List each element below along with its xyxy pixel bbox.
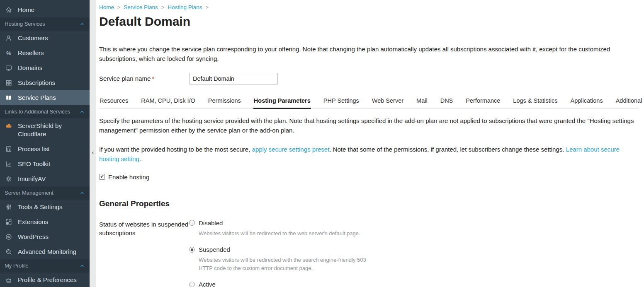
website-status-label: Status of websites in suspended subscrip… — [99, 219, 189, 287]
service-plan-name-label: Service plan name* — [99, 75, 189, 82]
tab-ram-cpu-disk-i-o[interactable]: RAM, CPU, Disk I/O — [141, 97, 196, 109]
resellers-icon: % — [5, 49, 13, 57]
sidebar-item-advanced-monitoring[interactable]: Advanced Monitoring — [0, 244, 90, 259]
secure-settings-note: If you want the provided hosting to be t… — [99, 145, 638, 164]
chevron-up-icon — [80, 191, 85, 195]
tab-performance[interactable]: Performance — [465, 97, 501, 109]
sidebar-item-label: SEO Toolkit — [18, 160, 85, 168]
domains-icon — [5, 64, 13, 72]
main-content: Home>Service Plans>Hosting Plans> Defaul… — [96, 0, 644, 287]
tab-mail[interactable]: Mail — [416, 97, 428, 109]
sidebar-section-links-to-additional-services[interactable]: Links to Additional Services — [0, 105, 90, 118]
service-plan-name-label-text: Service plan name — [99, 75, 151, 82]
sidebar-section-label: Server Management — [5, 190, 53, 196]
radio-label-disabled: Disabled — [199, 219, 223, 227]
tab-dns[interactable]: DNS — [440, 97, 454, 109]
tab-web-server[interactable]: Web Server — [372, 97, 404, 109]
status-option-disabled: DisabledWebsites visitors will be redire… — [189, 219, 638, 238]
breadcrumb-separator: > — [205, 5, 208, 10]
seo-toolkit-icon — [5, 160, 13, 168]
sidebar-item-subscriptions[interactable]: Subscriptions — [0, 75, 90, 90]
sidebar-item-label: Advanced Monitoring — [18, 248, 85, 256]
chevron-up-icon — [80, 22, 85, 27]
breadcrumb-separator: > — [161, 5, 164, 10]
sidebar-item-tools-settings[interactable]: Tools & Settings — [0, 200, 90, 215]
sidebar-item-label: Tools & Settings — [18, 203, 85, 211]
service-plans-icon — [5, 94, 13, 101]
sidebar-item-service-plans[interactable]: Service Plans — [0, 90, 90, 105]
sidebar-item-label: ServerShield by Cloudflare — [18, 122, 85, 138]
status-option-suspended: SuspendedWebsites visitors will be redir… — [189, 246, 638, 272]
tab-applications[interactable]: Applications — [570, 97, 603, 109]
tab-hosting-parameters[interactable]: Hosting Parameters — [253, 97, 311, 109]
page-title: Default Domain — [99, 14, 638, 29]
secure-note-text: . — [139, 155, 141, 162]
breadcrumb-separator: > — [117, 5, 120, 10]
svg-text:W: W — [7, 235, 10, 239]
sidebar-item-label: Resellers — [18, 49, 85, 57]
sidebar-item-label: ImunifyAV — [18, 175, 85, 183]
sidebar: HomeHosting ServicesCustomers%ResellersD… — [0, 0, 90, 287]
radio-suspended[interactable] — [189, 247, 195, 253]
sidebar-item-wordpress[interactable]: WWordPress — [0, 229, 90, 244]
sidebar-item-profile-preferences[interactable]: Profile & Preferences — [0, 273, 90, 287]
sidebar-item-label: Service Plans — [18, 94, 85, 102]
sidebar-item-extensions[interactable]: Extensions — [0, 215, 90, 229]
chevron-up-icon — [80, 263, 85, 268]
sidebar-item-customers[interactable]: Customers — [0, 31, 90, 46]
sidebar-section-hosting-services[interactable]: Hosting Services — [0, 17, 90, 31]
sidebar-item-seo-toolkit[interactable]: SEO Toolkit — [0, 157, 90, 171]
status-option-active: ActiveWebsites will stay accessible from… — [189, 281, 638, 287]
secure-note-text: If you want the provided hosting to be t… — [99, 146, 252, 153]
sidebar-item-imunifyav[interactable]: ImunifyAV — [0, 171, 90, 186]
svg-text:%: % — [6, 50, 11, 56]
sidebar-item-label: Profile & Preferences — [18, 276, 85, 284]
sidebar-collapse-strip: ‹ — [90, 0, 96, 287]
tab-permissions[interactable]: Permissions — [208, 97, 241, 109]
enable-hosting-row: Enable hosting — [99, 174, 638, 181]
collapse-sidebar-chevron-icon[interactable]: ‹ — [90, 148, 96, 157]
sidebar-item-domains[interactable]: Domains — [0, 60, 90, 75]
chevron-up-icon — [80, 109, 85, 114]
tab-additional-services[interactable]: Additional Services — [615, 97, 644, 109]
sidebar-item-servershield-by-cloudflare[interactable]: ServerShield by Cloudflare — [0, 118, 90, 142]
sidebar-section-my-profile[interactable]: My Profile — [0, 259, 90, 273]
radio-disabled[interactable] — [189, 220, 195, 226]
breadcrumb-link-service-plans[interactable]: Service Plans — [124, 4, 158, 10]
tab-bar: ResourcesRAM, CPU, Disk I/OPermissionsHo… — [99, 97, 638, 109]
service-plan-name-input[interactable] — [189, 73, 278, 84]
gear-icon — [5, 175, 13, 183]
enable-hosting-label: Enable hosting — [108, 174, 149, 181]
breadcrumb: Home>Service Plans>Hosting Plans> — [99, 4, 638, 10]
sidebar-item-label: Customers — [18, 34, 85, 42]
sidebar-item-home[interactable]: Home — [0, 2, 90, 17]
general-properties-heading: General Properties — [99, 199, 638, 208]
sidebar-item-resellers[interactable]: %Resellers — [0, 46, 90, 60]
sidebar-item-process-list[interactable]: Process list — [0, 142, 90, 157]
radio-line: Disabled — [189, 219, 638, 227]
tab-logs-statistics[interactable]: Logs & Statistics — [513, 97, 558, 109]
radio-active[interactable] — [189, 282, 195, 287]
sidebar-section-server-management[interactable]: Server Management — [0, 186, 90, 200]
sidebar-item-label: Process list — [18, 145, 85, 153]
apply-secure-settings-preset-link[interactable]: apply secure settings preset — [252, 146, 330, 153]
radio-label-suspended: Suspended — [199, 246, 230, 253]
required-asterisk: * — [152, 75, 154, 82]
sliders-icon — [5, 203, 13, 211]
sidebar-section-label: Links to Additional Services — [5, 109, 70, 115]
breadcrumb-link-home[interactable]: Home — [99, 4, 114, 10]
status-options: DisabledWebsites visitors will be redire… — [189, 219, 638, 287]
process-list-icon — [5, 145, 13, 153]
enable-hosting-checkbox[interactable] — [99, 174, 105, 180]
tab-resources[interactable]: Resources — [99, 97, 129, 109]
monitoring-magnifier-icon — [5, 248, 13, 256]
customers-icon — [5, 34, 13, 42]
breadcrumb-link-hosting-plans[interactable]: Hosting Plans — [168, 4, 202, 10]
hosting-parameters-note: Specify the parameters of the hosting se… — [99, 116, 638, 135]
radio-line: Active — [189, 281, 638, 287]
wordpress-icon: W — [5, 233, 13, 241]
website-status-row: Status of websites in suspended subscrip… — [99, 219, 638, 287]
sidebar-item-label: Home — [18, 6, 85, 14]
subscriptions-icon — [5, 79, 13, 87]
tab-php-settings[interactable]: PHP Settings — [323, 97, 360, 109]
